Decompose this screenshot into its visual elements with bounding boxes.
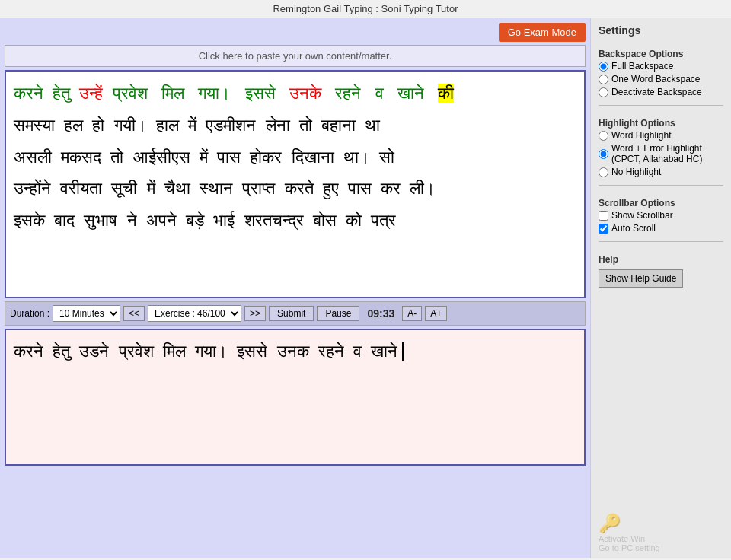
backspace-deactivate-label: Deactivate Backspace — [611, 87, 702, 97]
next-exercise-button[interactable]: >> — [244, 306, 266, 321]
show-scrollbar-checkbox[interactable] — [599, 211, 608, 221]
pause-button[interactable]: Pause — [317, 306, 359, 321]
highlight-options-label: Highlight Options — [599, 118, 723, 129]
activate-line2: Go to PC setting — [599, 543, 660, 552]
settings-title: Settings — [599, 24, 723, 37]
word-red-2: उनके — [289, 84, 321, 103]
title-bar: Remington Gail Typing : Soni Typing Tuto… — [0, 0, 731, 18]
show-scrollbar-option[interactable]: Show Scrollbar — [599, 210, 723, 221]
backspace-options-section: Backspace Options Full Backspace One Wor… — [599, 44, 723, 97]
main-container: Go Exam Mode Click here to paste your ow… — [0, 18, 731, 558]
word-green-4: मिल — [161, 84, 184, 103]
divider-3 — [599, 241, 723, 242]
show-help-button[interactable]: Show Help Guide — [599, 269, 683, 288]
paste-area[interactable]: Click here to paste your own content/mat… — [5, 45, 586, 67]
typing-text-line1: करने हेतु उन्हें प्रवेश मिल गया। इससे उन… — [14, 78, 576, 110]
activate-line1: Activate Win — [599, 534, 645, 543]
backspace-radio-group: Full Backspace One Word Backspace Deacti… — [599, 61, 723, 97]
typing-display: करने हेतु उन्हें प्रवेश मिल गया। इससे उन… — [5, 70, 586, 298]
scrollbar-options-label: Scrollbar Options — [599, 198, 723, 208]
app-title: Remington Gail Typing : Soni Typing Tuto… — [273, 3, 458, 14]
highlight-error-label: Word + Error Highlight (CPCT, Allahabad … — [611, 143, 723, 164]
highlight-word-option[interactable]: Word Highlight — [599, 130, 723, 141]
key-icon: 🔑 — [599, 513, 723, 534]
divider-1 — [599, 105, 723, 106]
word-green-5: गया। — [198, 84, 231, 103]
backspace-oneword-label: One Word Backspace — [611, 74, 701, 84]
highlight-options-section: Highlight Options Word Highlight Word + … — [599, 113, 723, 177]
typing-text-line4: उन्होंने वरीयता सूची में चैथा स्थान प्रा… — [14, 173, 576, 205]
controls-bar: Duration : 10 Minutes << Exercise : 46/1… — [5, 301, 586, 326]
highlight-none-label: No Highlight — [611, 167, 661, 177]
help-section: Help Show Help Guide — [599, 250, 723, 288]
activate-watermark: 🔑 Activate Win Go to PC setting — [599, 513, 723, 552]
input-text: करने हेतु उडने प्रवेश मिल गया। इससे उनक … — [14, 342, 397, 361]
typing-text-line2: समस्या हल हो गयी। हाल में एडमीशन लेना तो… — [14, 110, 576, 142]
word-green-7: रहने — [335, 84, 361, 103]
word-red-1: उन्हें — [79, 84, 103, 103]
show-scrollbar-label: Show Scrollbar — [611, 210, 673, 221]
word-green-2: हेतु — [53, 84, 70, 103]
word-green-6: इससे — [245, 84, 276, 103]
font-decrease-button[interactable]: A- — [402, 306, 422, 321]
typing-input-area[interactable]: करने हेतु उडने प्रवेश मिल गया। इससे उनक … — [5, 329, 586, 466]
auto-scroll-checkbox[interactable] — [599, 224, 608, 234]
highlight-none-option[interactable]: No Highlight — [599, 167, 723, 177]
highlight-word-label: Word Highlight — [611, 130, 671, 141]
exercise-select[interactable]: Exercise : 46/100 — [148, 305, 241, 322]
duration-select[interactable]: 10 Minutes — [53, 305, 120, 322]
highlight-error-option[interactable]: Word + Error Highlight (CPCT, Allahabad … — [599, 143, 723, 164]
word-green-8: व — [375, 84, 384, 103]
timer-display: 09:33 — [362, 307, 399, 320]
submit-button[interactable]: Submit — [269, 306, 314, 321]
backspace-full-radio[interactable] — [599, 62, 608, 72]
word-green-9: खाने — [397, 84, 424, 103]
word-green-3: प्रवेश — [113, 84, 148, 103]
backspace-oneword-option[interactable]: One Word Backspace — [599, 74, 723, 84]
scrollbar-options-section: Scrollbar Options Show Scrollbar Auto Sc… — [599, 193, 723, 234]
word-current: की — [438, 84, 454, 103]
backspace-options-label: Backspace Options — [599, 49, 723, 59]
highlight-radio-group: Word Highlight Word + Error Highlight (C… — [599, 130, 723, 177]
typing-text-line5: इसके बाद सुभाष ने अपने बड़े भाई शरतचन्द्… — [14, 205, 576, 237]
backspace-full-option[interactable]: Full Backspace — [599, 61, 723, 72]
word-green-1: करने — [14, 84, 43, 103]
auto-scroll-label: Auto Scroll — [611, 223, 656, 234]
go-exam-button[interactable]: Go Exam Mode — [499, 23, 586, 42]
backspace-deactivate-radio[interactable] — [599, 88, 608, 97]
scrollbar-checkbox-group: Show Scrollbar Auto Scroll — [599, 210, 723, 234]
highlight-error-radio[interactable] — [599, 149, 608, 159]
highlight-word-radio[interactable] — [599, 131, 608, 141]
font-increase-button[interactable]: A+ — [425, 306, 447, 321]
duration-label: Duration : — [10, 308, 49, 319]
highlight-none-radio[interactable] — [599, 167, 608, 177]
left-panel: Go Exam Mode Click here to paste your ow… — [0, 18, 590, 558]
settings-panel: Settings Backspace Options Full Backspac… — [590, 18, 731, 558]
backspace-oneword-radio[interactable] — [599, 75, 608, 84]
divider-2 — [599, 185, 723, 186]
auto-scroll-option[interactable]: Auto Scroll — [599, 223, 723, 234]
backspace-full-label: Full Backspace — [611, 61, 673, 72]
backspace-deactivate-option[interactable]: Deactivate Backspace — [599, 87, 723, 97]
typing-text-line3: असली मकसद तो आईसीएस में पास होकर दिखाना … — [14, 142, 576, 173]
prev-exercise-button[interactable]: << — [123, 306, 145, 321]
help-label: Help — [599, 254, 723, 265]
